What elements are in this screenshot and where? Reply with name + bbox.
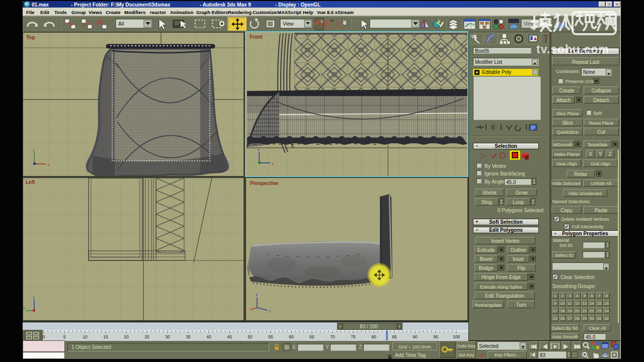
- svg-text:35: 35: [186, 334, 191, 339]
- svg-text:60: 60: [289, 334, 294, 339]
- svg-text:y: y: [23, 306, 25, 310]
- svg-text:55: 55: [268, 334, 273, 339]
- svg-text:z: z: [256, 293, 258, 297]
- svg-text:%: %: [330, 18, 334, 23]
- svg-text:0: 0: [43, 334, 45, 339]
- svg-text:100: 100: [453, 334, 460, 339]
- svg-text:50: 50: [248, 334, 253, 339]
- svg-text:15: 15: [103, 334, 108, 339]
- svg-text:90: 90: [413, 334, 418, 339]
- svg-text:z: z: [33, 295, 35, 300]
- svg-text:tv.sohu.com: tv.sohu.com: [536, 43, 609, 56]
- svg-text:y: y: [269, 309, 271, 313]
- svg-text:5: 5: [63, 334, 66, 339]
- svg-text:30: 30: [165, 334, 170, 339]
- svg-text:85: 85: [392, 334, 397, 339]
- svg-text:3: 3: [320, 19, 323, 24]
- svg-text:View: View: [283, 21, 294, 27]
- svg-text:70: 70: [330, 334, 335, 339]
- svg-text:z: z: [258, 147, 260, 152]
- svg-text:20: 20: [124, 334, 129, 339]
- svg-text:x: x: [272, 161, 274, 166]
- svg-text:y: y: [33, 148, 35, 152]
- svg-text:10: 10: [83, 334, 88, 339]
- svg-text:All: All: [118, 21, 124, 27]
- svg-text:40: 40: [206, 334, 211, 339]
- svg-text:25: 25: [144, 334, 149, 339]
- svg-text:95: 95: [433, 334, 438, 339]
- svg-text:75: 75: [351, 334, 356, 339]
- svg-text:65: 65: [309, 334, 314, 339]
- svg-text:x: x: [47, 162, 49, 167]
- svg-text:80: 80: [371, 334, 376, 339]
- svg-text:45: 45: [227, 334, 232, 339]
